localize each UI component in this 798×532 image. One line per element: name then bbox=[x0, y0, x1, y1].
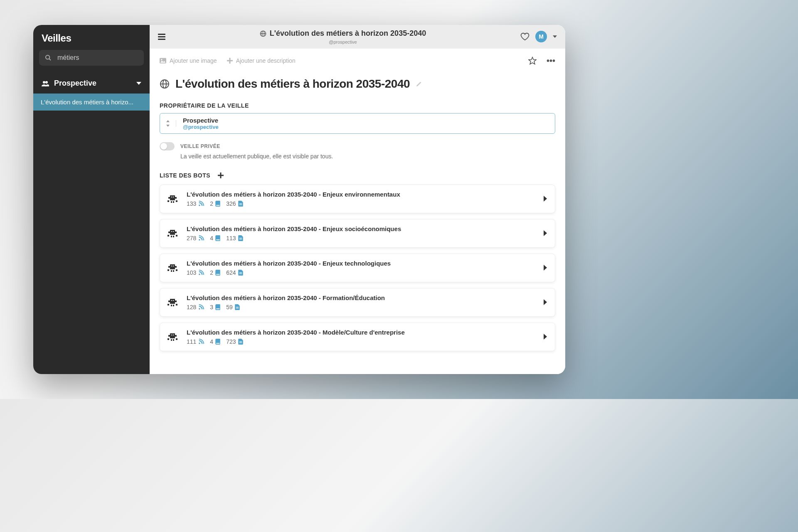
bot-stats: 128359 bbox=[187, 304, 536, 310]
svg-rect-66 bbox=[216, 308, 219, 309]
sidebar-item-veille[interactable]: L'évolution des métiers à horizo... bbox=[33, 94, 150, 111]
svg-rect-37 bbox=[171, 231, 172, 232]
bot-stats: 1332326 bbox=[187, 200, 536, 207]
star-icon[interactable] bbox=[528, 57, 537, 65]
doc-icon bbox=[238, 339, 243, 345]
chevron-down-icon[interactable] bbox=[553, 35, 557, 38]
svg-rect-80 bbox=[239, 341, 241, 342]
add-image-button[interactable]: Ajouter une image bbox=[160, 57, 217, 64]
svg-rect-32 bbox=[170, 230, 175, 235]
sort-icon[interactable] bbox=[166, 120, 176, 127]
app-window: Veilles Prospective L'évolution des méti… bbox=[33, 25, 565, 374]
svg-rect-56 bbox=[168, 300, 170, 302]
svg-rect-22 bbox=[171, 201, 172, 203]
bot-stats: 1032624 bbox=[187, 269, 536, 276]
svg-rect-35 bbox=[171, 236, 172, 237]
stat-books-count: 4 bbox=[210, 338, 213, 345]
privacy-toggle[interactable] bbox=[160, 142, 175, 150]
search-input[interactable] bbox=[57, 54, 140, 62]
privacy-label: VEILLE PRIVÉE bbox=[180, 143, 220, 149]
more-icon[interactable]: ••• bbox=[547, 56, 555, 66]
svg-rect-54 bbox=[239, 272, 241, 273]
globe-icon bbox=[260, 30, 266, 37]
svg-rect-63 bbox=[171, 300, 172, 301]
rss-icon bbox=[198, 270, 204, 276]
add-bot-button[interactable] bbox=[218, 172, 224, 178]
svg-rect-61 bbox=[171, 305, 172, 306]
owner-section-label: PROPRIÉTAIRE DE LA VEILLE bbox=[160, 102, 555, 109]
bot-card[interactable]: L'évolution des métiers à horizon 2035-2… bbox=[160, 323, 555, 351]
svg-rect-27 bbox=[216, 205, 219, 206]
bot-stats: 2784113 bbox=[187, 235, 536, 241]
add-description-button[interactable]: Ajouter une description bbox=[227, 57, 296, 64]
doc-icon bbox=[238, 270, 243, 276]
topbar-title-wrap: L'évolution des métiers à horizon 2035-2… bbox=[172, 29, 514, 44]
bot-card[interactable]: L'évolution des métiers à horizon 2035-2… bbox=[160, 219, 555, 248]
chevron-right-icon bbox=[544, 299, 547, 305]
topbar: L'évolution des métiers à horizon 2035-2… bbox=[150, 25, 565, 49]
avatar[interactable]: M bbox=[535, 31, 547, 42]
edit-icon[interactable] bbox=[416, 81, 422, 87]
owner-selector[interactable]: Prospective @prospective bbox=[160, 113, 555, 134]
heart-icon[interactable] bbox=[520, 32, 530, 41]
svg-rect-79 bbox=[216, 343, 219, 344]
stat-rss-count: 103 bbox=[187, 269, 196, 276]
sidebar: Veilles Prospective L'évolution des méti… bbox=[33, 25, 150, 374]
svg-rect-74 bbox=[171, 339, 172, 341]
svg-point-26 bbox=[199, 204, 201, 206]
svg-rect-57 bbox=[175, 300, 177, 302]
svg-rect-72 bbox=[167, 338, 169, 340]
users-icon bbox=[42, 81, 49, 86]
svg-rect-28 bbox=[239, 203, 241, 204]
bots-list: L'évolution des métiers à horizon 2035-2… bbox=[160, 185, 555, 351]
stat-docs-count: 624 bbox=[226, 269, 236, 276]
search-box[interactable] bbox=[39, 50, 144, 66]
svg-rect-20 bbox=[167, 200, 169, 202]
bot-stats: 1114723 bbox=[187, 338, 536, 345]
svg-rect-67 bbox=[236, 307, 239, 307]
svg-rect-50 bbox=[171, 266, 172, 266]
svg-rect-51 bbox=[173, 266, 174, 266]
bot-title: L'évolution des métiers à horizon 2035-2… bbox=[187, 260, 536, 267]
svg-rect-18 bbox=[175, 197, 177, 199]
svg-rect-47 bbox=[176, 269, 177, 271]
svg-point-8 bbox=[161, 59, 162, 60]
privacy-description: La veille est actuellement publique, ell… bbox=[180, 153, 555, 160]
doc-icon bbox=[238, 235, 243, 241]
stat-rss-count: 128 bbox=[187, 304, 196, 310]
stat-rss-count: 278 bbox=[187, 235, 196, 241]
svg-rect-64 bbox=[173, 300, 174, 301]
bot-title: L'évolution des métiers à horizon 2035-2… bbox=[187, 225, 536, 232]
svg-point-78 bbox=[199, 342, 201, 344]
svg-rect-41 bbox=[239, 238, 241, 238]
svg-point-2 bbox=[43, 81, 45, 84]
svg-rect-81 bbox=[239, 342, 241, 342]
book-icon bbox=[215, 304, 220, 310]
svg-rect-34 bbox=[176, 235, 177, 236]
svg-rect-49 bbox=[173, 270, 174, 272]
stat-books-count: 3 bbox=[210, 304, 213, 310]
menu-button[interactable] bbox=[158, 34, 165, 40]
bot-card[interactable]: L'évolution des métiers à horizon 2035-2… bbox=[160, 254, 555, 282]
sidebar-group-prospective[interactable]: Prospective bbox=[33, 73, 150, 94]
book-icon bbox=[215, 270, 220, 276]
bot-card[interactable]: L'évolution des métiers à horizon 2035-2… bbox=[160, 288, 555, 317]
plus-icon bbox=[227, 58, 233, 64]
svg-rect-31 bbox=[175, 232, 177, 233]
svg-rect-62 bbox=[173, 305, 174, 306]
svg-rect-43 bbox=[168, 266, 170, 268]
bot-icon bbox=[167, 264, 179, 272]
book-icon bbox=[215, 235, 220, 241]
owner-name: Prospective bbox=[183, 117, 219, 124]
doc-icon bbox=[235, 304, 240, 310]
bot-card[interactable]: L'évolution des métiers à horizon 2035-2… bbox=[160, 185, 555, 213]
svg-rect-68 bbox=[236, 308, 239, 308]
search-icon bbox=[45, 54, 52, 61]
bot-icon bbox=[167, 229, 179, 237]
svg-rect-25 bbox=[173, 197, 174, 197]
stat-books-count: 2 bbox=[210, 200, 213, 207]
main-panel: L'évolution des métiers à horizon 2035-2… bbox=[150, 25, 565, 374]
svg-rect-45 bbox=[170, 264, 175, 269]
svg-rect-70 bbox=[175, 335, 177, 337]
stat-docs-count: 723 bbox=[226, 338, 236, 345]
